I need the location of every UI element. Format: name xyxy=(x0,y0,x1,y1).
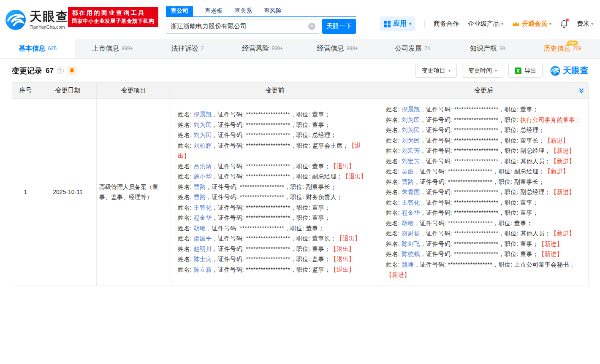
tab-count: 74 xyxy=(424,46,430,51)
apps-button[interactable]: 应用 ▾ xyxy=(380,16,415,31)
nav-business-coop-label: 商务合作 xyxy=(434,20,459,28)
chevron-down-icon: ▾ xyxy=(501,22,503,26)
change-entry: 姓名: 王智化，证件号码: ******************，职位: 董事； xyxy=(178,202,372,213)
top-nav: 应用 ▾ 商务合作 企业级产品 ▾ 开通会员 ▾ xyxy=(380,16,593,31)
divider xyxy=(424,20,425,28)
person-link[interactable]: 刘为民 xyxy=(402,116,420,123)
notification-dot xyxy=(566,19,569,22)
export-label: 导出 xyxy=(524,67,536,75)
person-link[interactable]: 程金华 xyxy=(402,209,420,216)
person-link[interactable]: 陈剑飞 xyxy=(402,240,420,247)
watermark-logo: 天眼查 xyxy=(550,65,588,76)
main-tab-1[interactable]: 上市信息999+ xyxy=(75,39,150,58)
change-entry: 姓名: 施小华，证件号码: ******************，职位: 副总经… xyxy=(178,171,372,182)
person-link[interactable]: 虞国平 xyxy=(193,235,212,242)
user-menu[interactable]: 费米 ▾ xyxy=(577,20,593,28)
person-link[interactable]: 刘宏芳 xyxy=(402,158,420,164)
crown-icon xyxy=(512,21,520,27)
clear-icon[interactable]: × xyxy=(308,23,315,30)
help-icon[interactable]: ? xyxy=(57,67,64,74)
main-tab-5[interactable]: 公司发展74 xyxy=(375,39,450,58)
person-link[interactable]: 陈统钱 xyxy=(402,251,420,257)
change-entry: 姓名: 刘宏芳，证件号码: ******************，职位: 其他人… xyxy=(386,156,581,167)
person-link[interactable]: 刘柏辉 xyxy=(193,142,212,149)
col-date-label: 变更日期 xyxy=(55,86,81,94)
subscribe-bell-icon[interactable] xyxy=(67,66,77,75)
person-link[interactable]: 刘为民 xyxy=(193,121,212,128)
tab-label: 知识产权 xyxy=(470,44,497,53)
main-tab-0[interactable]: 基本信息625 xyxy=(0,39,75,58)
person-link[interactable]: 刘为民 xyxy=(193,132,212,138)
apps-label: 应用 xyxy=(393,19,407,28)
person-link[interactable]: 赵明川 xyxy=(193,245,212,252)
person-link[interactable]: 倪晨凯 xyxy=(402,106,420,113)
grid-icon xyxy=(384,21,391,27)
col-item-label: 变更项目 xyxy=(121,86,147,94)
notification-bell-icon[interactable] xyxy=(560,20,568,28)
search-input[interactable] xyxy=(166,19,319,34)
person-link[interactable]: 陈士良 xyxy=(193,256,212,262)
person-link[interactable]: 谢尉扬 xyxy=(402,230,420,237)
person-link[interactable]: 刘宏芳 xyxy=(402,147,420,154)
search-tab-2[interactable]: 查关系 xyxy=(234,6,252,16)
exit-marker: 【退出】 xyxy=(330,245,355,252)
search-tab-3[interactable]: 查风险 xyxy=(264,6,282,16)
new-marker: 【新进】 xyxy=(386,271,410,278)
person-link[interactable]: 刘为民 xyxy=(402,127,420,133)
person-link[interactable]: 魏峥 xyxy=(402,261,414,268)
person-link[interactable]: 曹路 xyxy=(193,183,206,190)
main-tab-7[interactable]: 历史信息209VIP xyxy=(525,39,600,58)
watermark-logo-icon xyxy=(550,66,560,76)
main-tab-2[interactable]: 法律诉讼2 xyxy=(150,39,225,58)
page: 天眼查 TianYanCha.com 都在用的商业查询工具 国家中小企业发展子基… xyxy=(0,0,600,286)
tab-label: 经营信息 xyxy=(317,44,344,53)
person-link[interactable]: 倪晨凯 xyxy=(193,111,212,118)
person-link[interactable]: 曹路 xyxy=(193,194,206,200)
export-button[interactable]: X 导出 xyxy=(508,64,543,78)
chevron-down-icon: ▾ xyxy=(448,68,451,73)
person-link[interactable]: 曹路 xyxy=(402,178,414,185)
search-tab-0[interactable]: 查公司 xyxy=(166,6,193,16)
person-link[interactable]: 刘为民 xyxy=(402,137,420,144)
filter-button-1[interactable]: 变更时间▾ xyxy=(462,64,503,78)
change-entry: 姓名: 刘为民，证件号码: ******************，职位: 董事长… xyxy=(386,135,581,146)
nav-enterprise-products[interactable]: 企业级产品 ▾ xyxy=(468,20,503,28)
main-tab-6[interactable]: 知识产权38 xyxy=(450,39,525,58)
change-entry: 姓名: 赵明川，证件号码: ******************，职位: 董事；… xyxy=(178,244,372,254)
person-link[interactable]: 王智化 xyxy=(402,199,420,206)
new-marker: 【新进】 xyxy=(545,137,569,144)
topbar: 天眼查 TianYanCha.com 都在用的商业查询工具 国家中小企业发展子基… xyxy=(0,0,600,39)
person-link[interactable]: 施小华 xyxy=(193,173,212,180)
vip-upgrade-link[interactable]: 开通会员 ▾ xyxy=(512,20,551,28)
person-link[interactable]: 朱青国 xyxy=(402,189,420,195)
col-seq-label: 序号 xyxy=(19,86,32,94)
promo-banner-line2: 国家中小企业发展子基金旗下机构 xyxy=(72,18,155,25)
collapse-all-icon[interactable] xyxy=(578,88,584,94)
cell-seq: 1 xyxy=(12,99,39,286)
change-entry: 姓名: 曹路，证件号码: ******************，职位: 财务负责… xyxy=(178,192,372,202)
change-entry: 姓名: 陈统钱，证件号码: ******************，职位: 董事；… xyxy=(386,249,581,259)
tab-count: 999+ xyxy=(347,46,358,51)
person-link[interactable]: 吕洪炳 xyxy=(193,163,212,170)
site-logo[interactable]: 天眼查 TianYanCha.com xyxy=(5,9,69,30)
tab-label: 历史信息 xyxy=(543,44,570,53)
person-link[interactable]: 陈立新 xyxy=(193,266,212,273)
tab-label: 经营风险 xyxy=(242,44,269,53)
person-link[interactable]: 程金华 xyxy=(193,214,212,221)
search-tab-1[interactable]: 查老板 xyxy=(205,6,223,16)
col-date: 变更日期 xyxy=(39,83,97,99)
main-tab-4[interactable]: 经营信息999+ xyxy=(300,39,375,58)
change-entry: 姓名: 刘为民，证件号码: ******************，职位: 执行公… xyxy=(386,115,581,125)
person-link[interactable]: 胡敏 xyxy=(402,220,414,226)
main-tab-3[interactable]: 经营风险999+ xyxy=(225,39,300,58)
tab-label: 法律诉讼 xyxy=(171,44,198,53)
col-after-label: 变更后 xyxy=(474,86,493,94)
search-button[interactable]: 天眼一下 xyxy=(322,19,356,34)
filter-button-0[interactable]: 变更项目▾ xyxy=(415,64,457,78)
person-link[interactable]: 吴皓 xyxy=(402,168,414,175)
logo-subtitle: TianYanCha.com xyxy=(30,24,69,30)
vip-badge: VIP xyxy=(567,40,578,46)
person-link[interactable]: 王智化 xyxy=(193,204,212,211)
nav-business-coop[interactable]: 商务合作 xyxy=(434,20,459,28)
person-link[interactable]: 胡敏 xyxy=(193,225,206,232)
